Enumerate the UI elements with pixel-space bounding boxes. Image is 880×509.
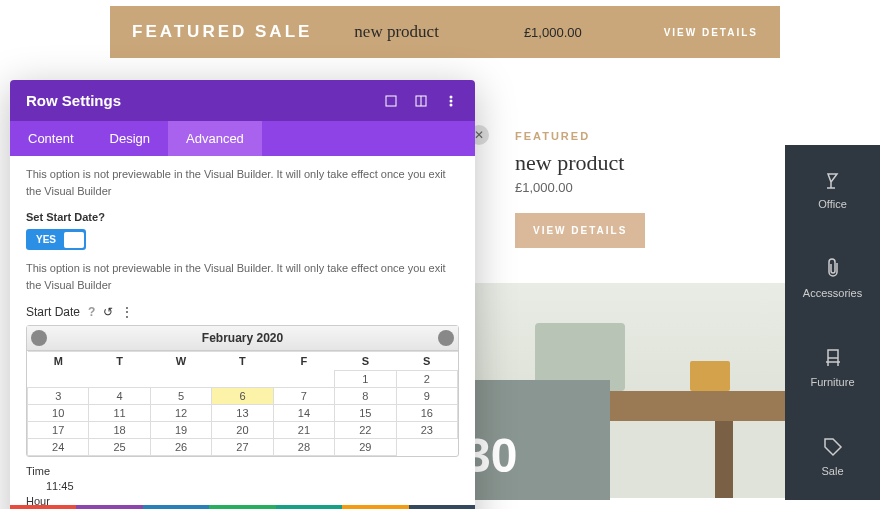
- expand-icon[interactable]: [383, 93, 399, 109]
- modal-body: This option is not previewable in the Vi…: [10, 156, 475, 509]
- calendar-day[interactable]: 6: [212, 388, 273, 405]
- calendar-day[interactable]: 10: [28, 405, 89, 422]
- tab-advanced[interactable]: Advanced: [168, 121, 262, 156]
- calendar-day[interactable]: 17: [28, 422, 89, 439]
- calendar-dow: S: [335, 352, 396, 371]
- prev-month-button[interactable]: [31, 330, 47, 346]
- calendar-day[interactable]: 19: [150, 422, 211, 439]
- calendar-day[interactable]: 4: [89, 388, 150, 405]
- svg-rect-0: [386, 96, 396, 106]
- calendar-day: [28, 371, 89, 388]
- note-text: This option is not previewable in the Vi…: [26, 166, 459, 199]
- calendar-grid: MTWTFSS 12345678910111213141516171819202…: [27, 351, 458, 456]
- toggle-yes: YES: [28, 231, 64, 248]
- calendar-day[interactable]: 12: [150, 405, 211, 422]
- calendar-day: [396, 439, 457, 456]
- calendar-day[interactable]: 23: [396, 422, 457, 439]
- more-icon[interactable]: [443, 93, 459, 109]
- calendar-day[interactable]: 8: [335, 388, 396, 405]
- featured-label: FEATURED: [515, 130, 775, 142]
- calendar-day[interactable]: 20: [212, 422, 273, 439]
- svg-point-4: [450, 103, 453, 106]
- sidebar-label: Office: [818, 198, 847, 210]
- time-label: Time: [26, 465, 459, 477]
- calendar-day[interactable]: 16: [396, 405, 457, 422]
- help-icon[interactable]: ?: [88, 305, 95, 319]
- calendar-dow: F: [273, 352, 334, 371]
- calendar-day[interactable]: 26: [150, 439, 211, 456]
- product-price: £1,000.00: [515, 180, 775, 195]
- calendar-day: [273, 371, 334, 388]
- calendar-day: [89, 371, 150, 388]
- calendar-day[interactable]: 13: [212, 405, 273, 422]
- svg-point-3: [450, 99, 453, 102]
- columns-icon[interactable]: [413, 93, 429, 109]
- product-card: FEATURED new product £1,000.00 VIEW DETA…: [515, 130, 775, 248]
- calendar-day[interactable]: 18: [89, 422, 150, 439]
- tab-design[interactable]: Design: [92, 121, 168, 156]
- banner-price: £1,000.00: [524, 25, 582, 40]
- calendar-day[interactable]: 21: [273, 422, 334, 439]
- calendar-day[interactable]: 15: [335, 405, 396, 422]
- calendar-dow: T: [89, 352, 150, 371]
- calendar-day[interactable]: 7: [273, 388, 334, 405]
- modal-title: Row Settings: [26, 92, 369, 109]
- calendar-dow: M: [28, 352, 89, 371]
- time-value: 11:45: [26, 480, 459, 492]
- tag-icon: [821, 435, 845, 459]
- calendar-day[interactable]: 9: [396, 388, 457, 405]
- sidebar-label: Accessories: [803, 287, 862, 299]
- tab-content[interactable]: Content: [10, 121, 92, 156]
- calendar-day: [150, 371, 211, 388]
- category-sidebar: Office Accessories Furniture Sale: [785, 145, 880, 500]
- calendar-day[interactable]: 25: [89, 439, 150, 456]
- calendar-dow: S: [396, 352, 457, 371]
- calendar-dow: T: [212, 352, 273, 371]
- lamp-icon: [821, 168, 845, 192]
- sidebar-item-furniture[interactable]: Furniture: [785, 323, 880, 412]
- svg-point-2: [450, 95, 453, 98]
- product-title: new product: [515, 150, 775, 176]
- sidebar-item-sale[interactable]: Sale: [785, 411, 880, 500]
- row-settings-modal: Row Settings Content Design Advanced Thi…: [10, 80, 475, 509]
- next-month-button[interactable]: [438, 330, 454, 346]
- calendar-month: February 2020: [47, 331, 438, 345]
- sidebar-label: Furniture: [810, 376, 854, 388]
- calendar-day[interactable]: 2: [396, 371, 457, 388]
- sidebar-item-accessories[interactable]: Accessories: [785, 234, 880, 323]
- calendar-day[interactable]: 1: [335, 371, 396, 388]
- set-start-label: Set Start Date?: [26, 211, 459, 223]
- sidebar-item-office[interactable]: Office: [785, 145, 880, 234]
- featured-banner: FEATURED SALE new product £1,000.00 VIEW…: [110, 6, 780, 58]
- toggle-knob: [64, 232, 84, 248]
- reset-icon[interactable]: ↺: [103, 305, 113, 319]
- calendar-day[interactable]: 14: [273, 405, 334, 422]
- calendar-day[interactable]: 29: [335, 439, 396, 456]
- calendar-day[interactable]: 24: [28, 439, 89, 456]
- banner-product: new product: [354, 22, 439, 42]
- start-date-toggle[interactable]: YES: [26, 229, 86, 250]
- start-date-label: Start Date: [26, 305, 80, 319]
- calendar-day[interactable]: 11: [89, 405, 150, 422]
- banner-title: FEATURED SALE: [132, 22, 312, 42]
- calendar: February 2020 MTWTFSS 123456789101112131…: [26, 325, 459, 457]
- calendar-day: [212, 371, 273, 388]
- banner-view-details-link[interactable]: VIEW DETAILS: [664, 27, 758, 38]
- chair-icon: [821, 346, 845, 370]
- modal-tabs: Content Design Advanced: [10, 121, 475, 156]
- options-icon[interactable]: ⋮: [121, 305, 133, 319]
- sidebar-label: Sale: [821, 465, 843, 477]
- color-bar: [10, 505, 475, 509]
- note-text-2: This option is not previewable in the Vi…: [26, 260, 459, 293]
- calendar-day[interactable]: 27: [212, 439, 273, 456]
- calendar-day[interactable]: 3: [28, 388, 89, 405]
- view-details-button[interactable]: VIEW DETAILS: [515, 213, 645, 248]
- modal-header: Row Settings: [10, 80, 475, 121]
- calendar-day[interactable]: 28: [273, 439, 334, 456]
- calendar-day[interactable]: 22: [335, 422, 396, 439]
- paperclip-icon: [821, 257, 845, 281]
- calendar-dow: W: [150, 352, 211, 371]
- calendar-day[interactable]: 5: [150, 388, 211, 405]
